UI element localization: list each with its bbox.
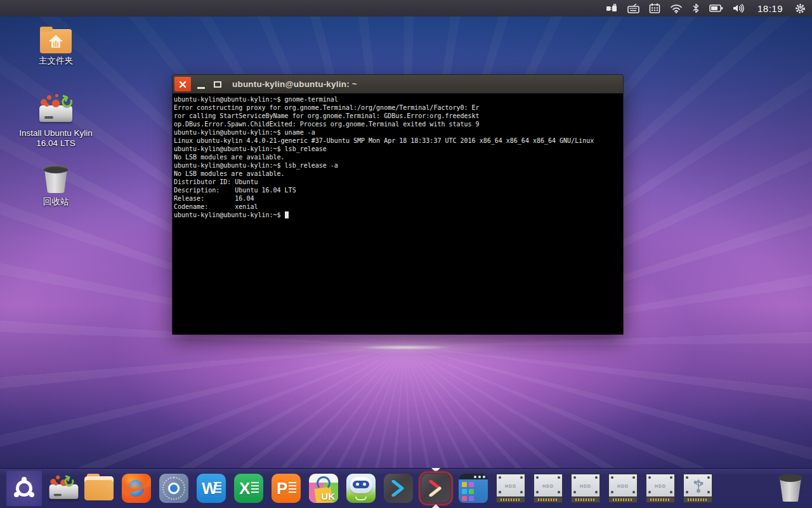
- screen: 18:19 主文件夹: [0, 0, 812, 508]
- desktop-icon-label: Install Ubuntu Kylin 16.04 LTS: [19, 128, 93, 149]
- dock-item-software-store[interactable]: UK: [308, 473, 339, 504]
- wallpaper: 主文件夹 ↻ Install Ubuntu Kylin 16.04 LTS 回: [0, 17, 812, 468]
- terminal-line: Release: 16.04: [174, 194, 623, 203]
- top-panel: 18:19: [0, 0, 812, 17]
- desktop-icon-home[interactable]: 主文件夹: [19, 27, 93, 66]
- kylin-software-store-icon: UK: [309, 474, 338, 503]
- dock-item-file-manager[interactable]: [84, 473, 114, 504]
- mate-terminal-icon: [421, 474, 450, 503]
- terminal-line: ubuntu-kylin@ubuntu-kylin:~$ lsb_release: [174, 145, 623, 153]
- terminal-titlebar[interactable]: ubuntu-kylin@ubuntu-kylin: ~: [173, 75, 623, 93]
- dock-item-control-center[interactable]: [159, 473, 189, 504]
- window-title: ubuntu-kylin@ubuntu-kylin: ~: [232, 79, 357, 89]
- dock-item-usb-volume[interactable]: [683, 473, 713, 504]
- dock-item-software-center[interactable]: [458, 473, 488, 504]
- dock-item-firefox[interactable]: [121, 473, 152, 504]
- bluetooth-icon[interactable]: [692, 3, 700, 13]
- terminal-line: ubuntu-kylin@ubuntu-kylin:~$ uname -a: [174, 128, 623, 137]
- dock-item-trash[interactable]: [778, 474, 803, 503]
- terminal-line: Distributor ID: Ubuntu: [174, 178, 623, 186]
- terminal-output[interactable]: ubuntu-kylin@ubuntu-kylin:~$ gnome-termi…: [173, 93, 623, 335]
- lens-flare-core: [343, 344, 466, 351]
- wps-writer-icon: W: [197, 474, 226, 503]
- terminal-icon: [384, 474, 413, 503]
- dock-item-youker-assistant[interactable]: [346, 473, 376, 504]
- terminal-line: Linux ubuntu-kylin 4.4.0-21-generic #37-…: [174, 137, 623, 145]
- terminal-line: op.DBus.Error.Spawn.ChildExited: Process…: [174, 120, 623, 128]
- terminal-window: ubuntu-kylin@ubuntu-kylin: ~ ubuntu-kyli…: [172, 74, 624, 335]
- dock: ↻ W X P UK: [0, 468, 812, 508]
- dock-item-wps-presentation[interactable]: P: [271, 473, 301, 504]
- dock-item-install-ubuntu-kylin[interactable]: ↻: [46, 473, 77, 504]
- terminal-line: ubuntu-kylin@ubuntu-kylin:~$ lsb_release…: [174, 161, 623, 170]
- maximize-button[interactable]: [209, 77, 226, 91]
- trash-lid-icon: [778, 474, 802, 482]
- hdd-volume-icon: HDD: [496, 474, 525, 503]
- hdd-volume-icon: HDD: [646, 474, 675, 503]
- dock-item-terminal[interactable]: [383, 473, 414, 504]
- trash-icon: [42, 165, 70, 194]
- folder-icon: [84, 476, 114, 500]
- wifi-icon[interactable]: [670, 4, 683, 13]
- terminal-line: No LSB modules are available.: [174, 153, 623, 161]
- wps-spreadsheets-icon: X: [234, 474, 263, 503]
- minimize-button[interactable]: [193, 77, 209, 91]
- system-tray: 18:19: [606, 3, 812, 14]
- dock-item-hdd-3[interactable]: HDD: [570, 473, 601, 504]
- volume-icon[interactable]: [733, 3, 745, 13]
- network-connections-icon[interactable]: [606, 3, 618, 13]
- dock-item-wps-writer[interactable]: W: [196, 473, 226, 504]
- dock-item-hdd-1[interactable]: HDD: [495, 473, 526, 504]
- ubuntu-kylin-logo-icon: [13, 478, 35, 499]
- active-indicator-bottom: [431, 504, 440, 508]
- hdd-volume-icon: HDD: [534, 474, 563, 503]
- dock-item-hdd-2[interactable]: HDD: [533, 473, 563, 504]
- dock-item-mate-terminal-active[interactable]: [421, 473, 451, 504]
- calendar-icon[interactable]: [649, 3, 660, 13]
- desktop-icon-label: 回收站: [19, 197, 93, 207]
- dock-item-hdd-4[interactable]: HDD: [608, 473, 638, 504]
- terminal-line: No LSB modules are available.: [174, 170, 623, 178]
- terminal-line: ror calling StartServiceByName for org.g…: [174, 112, 623, 120]
- home-folder-icon: [40, 27, 72, 53]
- terminal-line: Description: Ubuntu 16.04 LTS: [174, 186, 623, 194]
- terminal-cursor: [285, 211, 289, 218]
- terminal-line: ubuntu-kylin@ubuntu-kylin:~$ gnome-termi…: [174, 95, 623, 104]
- dock-item-hdd-5[interactable]: HDD: [645, 473, 676, 504]
- hdd-volume-icon: HDD: [608, 474, 638, 503]
- terminal-line: Error constructing proxy for org.gnome.T…: [174, 104, 623, 112]
- desktop-icon-install-ubuntu-kylin[interactable]: ↻ Install Ubuntu Kylin 16.04 LTS: [19, 94, 93, 149]
- dock-item-wps-spreadsheets[interactable]: X: [233, 473, 264, 504]
- keyboard-icon[interactable]: [627, 3, 639, 13]
- wps-presentation-icon: P: [272, 474, 301, 503]
- terminal-line: Codename: xenial: [174, 203, 623, 211]
- firefox-icon: [122, 474, 151, 503]
- install-disk-icon: ↻: [38, 94, 74, 126]
- software-window-icon: [459, 474, 488, 503]
- hdd-volume-icon: HDD: [571, 474, 600, 503]
- install-disk-icon: ↻: [48, 474, 75, 502]
- control-center-icon: [159, 474, 188, 503]
- usb-volume-icon: [683, 474, 712, 503]
- terminal-prompt: ubuntu-kylin@ubuntu-kylin:~$: [174, 211, 285, 218]
- youker-assistant-icon: [346, 474, 376, 503]
- desktop-icon-trash[interactable]: 回收站: [19, 165, 93, 207]
- close-button[interactable]: [174, 77, 191, 91]
- clock[interactable]: 18:19: [755, 3, 785, 14]
- terminal-prompt-line: ubuntu-kylin@ubuntu-kylin:~$: [174, 211, 623, 219]
- dock-item-launcher[interactable]: [6, 471, 42, 506]
- active-indicator-top: [431, 468, 440, 472]
- desktop-icon-label: 主文件夹: [19, 56, 93, 66]
- lens-flare: [246, 337, 563, 358]
- session-gear-icon[interactable]: [795, 3, 806, 14]
- battery-icon[interactable]: [709, 4, 723, 13]
